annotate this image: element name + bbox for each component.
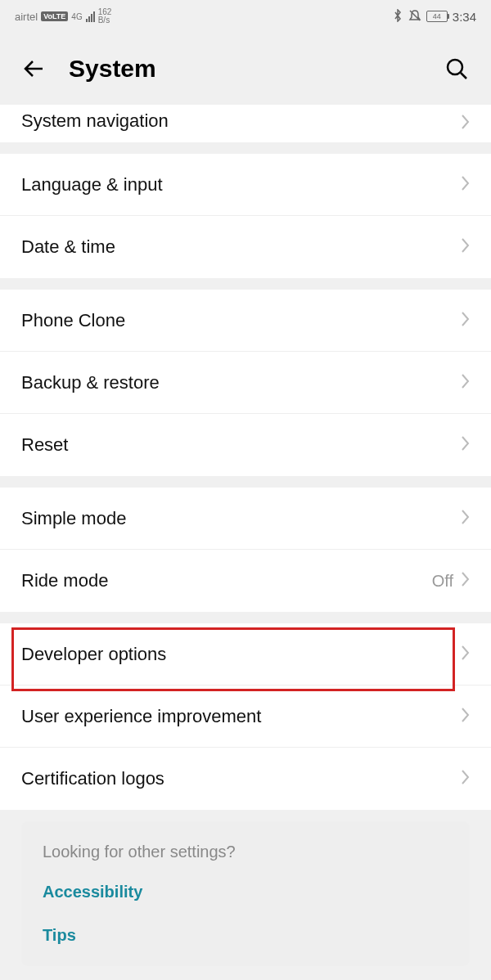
chevron-right-icon (460, 237, 470, 257)
row-date-time[interactable]: Date & time (0, 216, 491, 278)
settings-group: Simple modeRide modeOff (0, 488, 491, 612)
footer-link-accessibility[interactable]: Accessibility (43, 883, 448, 901)
chevron-right-icon (460, 769, 470, 789)
row-label: Ride mode (21, 570, 432, 591)
status-bar: airtel VoLTE 4G 162 B/s 44 3:34 (0, 0, 491, 33)
row-value: Off (432, 572, 453, 591)
network-type: 4G (71, 12, 82, 21)
row-label: Language & input (21, 174, 460, 196)
clock: 3:34 (453, 10, 476, 24)
chevron-right-icon (460, 311, 470, 330)
settings-list: System navigationLanguage & inputDate & … (0, 105, 491, 966)
bluetooth-icon (392, 9, 403, 25)
chevron-right-icon (460, 707, 470, 726)
row-developer-options[interactable]: Developer options (0, 623, 491, 686)
app-header: System (0, 33, 491, 105)
chevron-right-icon (460, 114, 470, 133)
status-right: 44 3:34 (392, 9, 476, 25)
arrow-left-icon (21, 56, 47, 82)
chevron-right-icon (460, 571, 470, 591)
settings-group: Language & inputDate & time (0, 154, 491, 278)
search-icon (444, 56, 469, 81)
row-certification-logos[interactable]: Certification logos (0, 748, 491, 810)
row-system-navigation[interactable]: System navigation (0, 105, 491, 142)
chevron-right-icon (460, 175, 470, 195)
settings-group: Phone CloneBackup & restoreReset (0, 290, 491, 476)
footer-link-tips[interactable]: Tips (43, 926, 448, 945)
chevron-right-icon (460, 509, 470, 528)
row-ride-mode[interactable]: Ride modeOff (0, 550, 491, 612)
network-speed: 162 B/s (98, 8, 112, 25)
row-label: Phone Clone (21, 310, 460, 331)
row-simple-mode[interactable]: Simple mode (0, 488, 491, 550)
row-backup-restore[interactable]: Backup & restore (0, 352, 491, 414)
chevron-right-icon (460, 373, 470, 393)
row-label: Backup & restore (21, 372, 460, 393)
chevron-right-icon (460, 645, 470, 664)
notification-mute-icon (408, 9, 421, 25)
footer-title: Looking for other settings? (43, 843, 448, 861)
row-label: System navigation (21, 110, 460, 132)
page-title: System (69, 55, 422, 83)
row-label: Reset (21, 434, 460, 456)
signal-icon (86, 11, 95, 22)
row-label: Simple mode (21, 508, 460, 529)
carrier-label: airtel (15, 11, 38, 23)
back-button[interactable] (20, 54, 49, 83)
volte-badge: VoLTE (41, 11, 68, 21)
row-reset[interactable]: Reset (0, 414, 491, 476)
row-label: User experience improvement (21, 706, 460, 727)
row-user-experience-improvement[interactable]: User experience improvement (0, 686, 491, 748)
other-settings-card: Looking for other settings?Accessibility… (21, 821, 470, 966)
row-label: Date & time (21, 236, 460, 258)
row-label: Developer options (21, 644, 460, 665)
svg-point-0 (448, 60, 462, 74)
row-label: Certification logos (21, 768, 460, 789)
status-left: airtel VoLTE 4G 162 B/s (15, 8, 111, 25)
row-language-input[interactable]: Language & input (0, 154, 491, 216)
row-phone-clone[interactable]: Phone Clone (0, 290, 491, 352)
chevron-right-icon (460, 435, 470, 455)
settings-group: System navigation (0, 105, 491, 142)
battery-icon: 44 (426, 11, 448, 22)
search-button[interactable] (442, 54, 471, 83)
settings-group: Developer optionsUser experience improve… (0, 623, 491, 810)
